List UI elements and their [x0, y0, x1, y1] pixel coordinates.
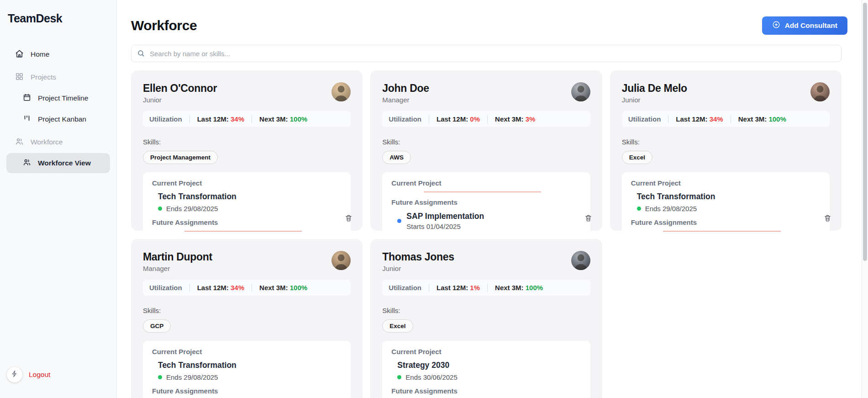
- active-dot-icon: [158, 375, 162, 379]
- divider: [189, 284, 190, 292]
- plus-circle-icon: [772, 21, 780, 31]
- trash-icon: [824, 217, 831, 223]
- project-box: Current Project Tech Transformation Ends…: [143, 341, 351, 398]
- sidebar-item-project-kanban[interactable]: Project Kanban: [6, 109, 110, 129]
- current-project-date: Ends 29/08/2025: [637, 205, 821, 212]
- add-consultant-label: Add Consultant: [785, 21, 837, 30]
- active-dot-icon: [637, 207, 641, 211]
- skills-label: Skills:: [143, 138, 351, 146]
- card-header: Ellen O'Connor Junior: [143, 82, 351, 104]
- sidebar-section-label: Workforce: [31, 138, 63, 146]
- divider: [668, 115, 668, 123]
- avatar: [571, 251, 590, 270]
- skill-chip: AWS: [382, 151, 411, 164]
- current-project-name: Tech Transformation: [158, 192, 342, 202]
- current-project-name: Tech Transformation: [637, 192, 821, 202]
- skill-chips: Excel: [382, 319, 590, 333]
- dev-tools-button[interactable]: [7, 367, 22, 382]
- divider: [429, 284, 429, 292]
- next-3m: Next 3M: 100%: [495, 284, 543, 292]
- lightning-icon: [11, 370, 18, 379]
- last-12m-label: Last 12M:: [676, 115, 707, 123]
- delete-consultant-button[interactable]: [345, 214, 352, 223]
- consultant-role: Junior: [622, 96, 802, 104]
- consultant-name: Thomas Jones: [382, 251, 563, 263]
- sidebar: TeamDesk Home Projects Project Timeline …: [0, 0, 117, 398]
- sidebar-item-project-timeline[interactable]: Project Timeline: [6, 88, 110, 108]
- kanban-icon: [23, 114, 31, 124]
- current-project-date-text: Ends 29/08/2025: [166, 373, 218, 381]
- consultant-card: Ellen O'Connor Junior Utilization Last 1…: [131, 70, 363, 231]
- next-3m-value: 100%: [290, 115, 307, 123]
- future-assignment-name: SAP Implementation: [406, 212, 484, 221]
- calendar-icon: [23, 93, 31, 103]
- sidebar-item-label: Project Timeline: [38, 94, 88, 102]
- scrollbar-thumb[interactable]: [863, 3, 867, 261]
- sidebar-item-label: Home: [31, 50, 49, 58]
- add-consultant-button[interactable]: Add Consultant: [762, 16, 847, 35]
- avatar: [571, 82, 590, 101]
- last-12m: Last 12M: 1%: [437, 284, 480, 292]
- next-3m-label: Next 3M:: [259, 284, 288, 292]
- current-project-date-text: Ends 30/06/2025: [405, 373, 457, 381]
- last-12m-label: Last 12M:: [437, 115, 468, 123]
- next-3m: Next 3M: 100%: [738, 115, 786, 123]
- current-project-entry: Strategy 2030 Ends 30/06/2025: [391, 361, 581, 381]
- sidebar-item-label: Workforce View: [38, 159, 91, 167]
- skills-label: Skills:: [143, 307, 351, 314]
- last-12m-label: Last 12M:: [197, 115, 229, 123]
- current-project-label: Current Project: [391, 348, 581, 356]
- consultant-grid: Ellen O'Connor Junior Utilization Last 1…: [131, 70, 842, 398]
- avatar: [331, 251, 351, 270]
- current-project-date: Ends 29/08/2025: [158, 373, 342, 381]
- vertical-scrollbar[interactable]: [862, 0, 868, 398]
- consultant-name: Julia De Melo: [622, 82, 802, 95]
- current-project-name: Tech Transformation: [158, 361, 342, 370]
- last-12m-label: Last 12M:: [197, 284, 229, 292]
- sidebar-section-workforce: Workforce: [6, 132, 110, 152]
- main-content: Workforce Add Consultant Ellen O'Connor …: [117, 0, 862, 398]
- current-project-date: Ends 29/08/2025: [158, 205, 342, 212]
- skill-chip: Project Management: [143, 151, 218, 164]
- consultant-role: Junior: [143, 96, 323, 104]
- consultant-role: Manager: [143, 265, 323, 272]
- card-header: Thomas Jones Junior: [382, 251, 590, 272]
- skill-chips: AWS: [382, 151, 590, 164]
- future-assignment-entry: SAP Implementation Starts 01/04/2025: [397, 212, 581, 230]
- skill-chip: GCP: [143, 319, 171, 333]
- last-12m-value: 34%: [231, 115, 244, 123]
- future-assignment-empty: [184, 395, 302, 398]
- utilization-label: Utilization: [389, 284, 421, 292]
- next-3m-value: 100%: [290, 284, 307, 292]
- project-box: Current Project Future Assignments SAP I…: [382, 172, 590, 238]
- sidebar-item-home[interactable]: Home: [6, 44, 110, 64]
- last-12m-value: 34%: [710, 115, 723, 123]
- skills-label: Skills:: [382, 307, 590, 314]
- next-3m-label: Next 3M:: [495, 284, 524, 292]
- search-input[interactable]: [131, 45, 842, 62]
- divider: [429, 115, 429, 123]
- future-assignments-label: Future Assignments: [152, 387, 342, 395]
- next-3m: Next 3M: 100%: [259, 115, 307, 123]
- project-box: Current Project Tech Transformation Ends…: [622, 172, 830, 239]
- logout-button[interactable]: Logout: [29, 371, 50, 379]
- project-box: Current Project Tech Transformation Ends…: [143, 172, 351, 239]
- utilization-strip: Utilization Last 12M: 1% Next 3M: 100%: [382, 280, 590, 296]
- current-project-entry: Tech Transformation Ends 29/08/2025: [152, 361, 342, 381]
- page-header: Workforce Add Consultant: [117, 0, 862, 35]
- consultant-role: Manager: [382, 96, 563, 104]
- delete-consultant-button[interactable]: [824, 214, 831, 223]
- consultant-card: Thomas Jones Junior Utilization Last 12M…: [370, 239, 602, 398]
- future-assignment-empty: [663, 226, 781, 232]
- utilization-label: Utilization: [628, 115, 661, 123]
- sidebar-item-workforce-view[interactable]: Workforce View: [6, 153, 110, 173]
- card-header: John Doe Manager: [382, 82, 590, 104]
- next-3m-label: Next 3M:: [738, 115, 767, 123]
- delete-consultant-button[interactable]: [584, 214, 592, 223]
- trash-icon: [345, 217, 352, 223]
- sidebar-nav: Home Projects Project Timeline Project K…: [0, 44, 116, 173]
- future-assignments-label: Future Assignments: [391, 198, 581, 206]
- sidebar-section-projects: Projects: [6, 67, 110, 87]
- card-header: Julia De Melo Junior: [622, 82, 830, 104]
- app-title: TeamDesk: [0, 0, 116, 25]
